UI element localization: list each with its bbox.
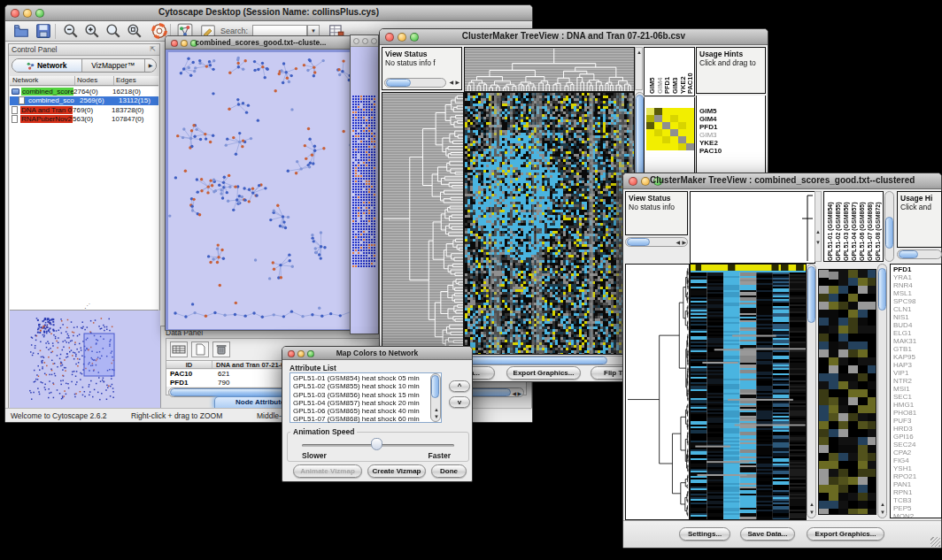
gene-label[interactable]: MAK31 (893, 337, 916, 345)
background-window-titlebar[interactable] (351, 35, 378, 47)
close-button[interactable] (385, 33, 394, 42)
close-button[interactable] (11, 9, 19, 18)
attribute-item[interactable]: GPL51-07 (GSM868) heat shock 60 min (290, 415, 429, 423)
tv2-zoom-heatmap[interactable] (818, 269, 876, 515)
tv1-similarity-matrix[interactable] (646, 108, 694, 150)
gene-label[interactable]: CPA2 (893, 449, 916, 456)
gene-label[interactable]: PUF3 (893, 417, 916, 425)
gene-label[interactable]: PFD1 (893, 265, 916, 273)
gene-label[interactable]: SEC24 (893, 441, 916, 449)
tv2-usage-hints-scrollbar[interactable] (897, 249, 942, 259)
column-label[interactable]: GIM5 (648, 48, 656, 94)
column-label[interactable]: GPL51-04 (GSM857) (850, 194, 858, 261)
gene-label[interactable]: SPC98 (893, 297, 916, 305)
move-attribute-down-button[interactable]: v (449, 396, 470, 408)
network-tree-row[interactable]: RNAPuberNov2+563(0)107847(0) (10, 115, 158, 125)
col-id[interactable]: ID (166, 361, 212, 368)
gene-label[interactable]: RNR4 (893, 281, 916, 289)
splitter-handle[interactable]: ⋰ (84, 303, 90, 310)
treeview2-titlebar[interactable]: ClusterMaker TreeView : combined_scores_… (623, 173, 941, 189)
zoom-button[interactable] (371, 38, 377, 44)
column-label[interactable]: PAC10 (686, 48, 694, 94)
gene-label[interactable]: NIS1 (893, 313, 916, 321)
tv2-export-graphics-button[interactable]: Export Graphics... (807, 527, 884, 541)
gene-label[interactable]: PAC10 (699, 147, 722, 155)
column-label[interactable]: GPL51-08 (GSM872) (874, 194, 882, 261)
tab-vizmapper[interactable]: VizMapper™ (82, 59, 144, 72)
attribute-item[interactable]: GPL51-04 (GSM857) heat shock 20 min (290, 399, 429, 407)
tv2-heatmap[interactable] (690, 264, 807, 520)
background-network-window[interactable] (350, 35, 379, 334)
gene-label[interactable]: GIM5 (699, 107, 722, 115)
tv2-column-labels-vscrollbar[interactable] (884, 191, 894, 262)
attribute-select-icon[interactable] (170, 341, 188, 357)
column-label[interactable]: GPL51-07 (GSM868) (866, 194, 874, 261)
close-button[interactable] (353, 38, 359, 44)
column-label[interactable]: GPL51-06 (GSM865) (858, 194, 866, 261)
gene-label[interactable]: YSH1 (893, 464, 916, 472)
minimize-button[interactable] (181, 40, 188, 47)
close-button[interactable] (629, 177, 637, 186)
network-tree-row[interactable]: DNA and Tran 07769(0)183728(0) (10, 105, 158, 115)
close-button[interactable] (288, 350, 295, 357)
gene-label[interactable]: TCB3 (893, 496, 916, 504)
gene-label[interactable]: MSL1 (893, 289, 916, 297)
scroll-right-icon[interactable]: ▶ (455, 78, 459, 87)
gene-label[interactable]: BUD4 (893, 321, 916, 329)
col-nodes[interactable]: Nodes (75, 76, 114, 85)
tv1-heatmap[interactable] (464, 92, 635, 355)
gene-label[interactable]: HRD3 (893, 425, 916, 433)
gene-label[interactable]: HAP3 (893, 361, 916, 369)
open-file-icon[interactable] (13, 23, 29, 39)
gene-label[interactable]: FIG4 (893, 456, 916, 464)
animate-vizmap-button[interactable]: Animate Vizmap (293, 464, 362, 478)
gene-label[interactable]: RPO21 (893, 472, 916, 480)
resize-grip[interactable] (930, 537, 940, 547)
tv1-row-dendrogram[interactable] (382, 92, 464, 355)
gene-label[interactable]: KAP95 (893, 353, 916, 361)
attribute-item[interactable]: GPL51-03 (GSM856) heat shock 15 min (290, 391, 429, 399)
gene-label[interactable]: PFD1 (699, 123, 722, 131)
gene-label[interactable]: PHO81 (893, 409, 916, 417)
gene-label[interactable]: MSI1 (893, 385, 916, 393)
zoom-in-icon[interactable] (84, 23, 100, 39)
zoom-out-icon[interactable] (63, 23, 79, 39)
new-attribute-icon[interactable] (191, 341, 209, 357)
minimize-button[interactable] (23, 9, 32, 18)
gene-label[interactable]: HMG1 (893, 401, 916, 409)
gene-label[interactable]: YKE2 (699, 139, 722, 147)
tv1-export-graphics-button[interactable]: Export Graphics... (506, 366, 581, 380)
tv1-view-status-scrollbar[interactable] (384, 78, 446, 88)
minimize-button[interactable] (641, 177, 650, 186)
minimize-button[interactable] (362, 38, 368, 44)
close-button[interactable] (171, 40, 178, 47)
gene-label[interactable]: GIM4 (699, 115, 722, 123)
tv2-column-dendrogram[interactable] (690, 191, 815, 264)
col-edges[interactable]: Edges (114, 76, 158, 85)
column-label[interactable]: GPL51-01 (GSM854) (826, 194, 834, 261)
tab-network[interactable]: Network (12, 59, 82, 72)
tv1-column-dendrogram[interactable] (464, 47, 635, 92)
create-vizmap-button[interactable]: Create Vizmap (367, 464, 426, 478)
treeview1-titlebar[interactable]: ClusterMaker TreeView : DNA and Tran 07-… (380, 29, 768, 45)
main-titlebar[interactable]: Cytoscape Desktop (Session Name: collins… (5, 5, 532, 21)
attribute-item[interactable]: GPL51-06 (GSM865) heat shock 40 min (290, 407, 429, 415)
gene-label[interactable]: CLN1 (893, 305, 916, 313)
gene-label[interactable]: GTB1 (893, 345, 916, 353)
network-overview-birdseye[interactable] (10, 311, 160, 410)
minimize-button[interactable] (398, 33, 406, 42)
attribute-item[interactable]: GPL51-01 (GSM854) heat shock 05 min (290, 374, 429, 382)
gene-label[interactable]: RPN1 (893, 488, 916, 496)
tv2-heatmap-vscrollbar[interactable]: ▲▼ (807, 264, 816, 518)
tab-overflow-arrow[interactable]: ▶ (144, 59, 156, 72)
tv2-row-dendrogram[interactable] (625, 264, 690, 520)
tv2-view-status-scrollbar[interactable]: ◀▶ (625, 237, 688, 247)
tv2-save-data-button[interactable]: Save Data... (740, 527, 795, 541)
tv2-dendro-scroll-strip[interactable]: ▲▼ (815, 191, 822, 262)
gene-label[interactable]: MON2 (893, 512, 916, 518)
gene-label[interactable]: SEC1 (893, 393, 916, 401)
zoom-selected-icon[interactable] (127, 23, 143, 39)
tv1-dendro-scroll-strip[interactable]: ▲ (635, 47, 643, 90)
gene-label[interactable]: PEP5 (893, 504, 916, 512)
done-button[interactable]: Done (431, 464, 467, 478)
